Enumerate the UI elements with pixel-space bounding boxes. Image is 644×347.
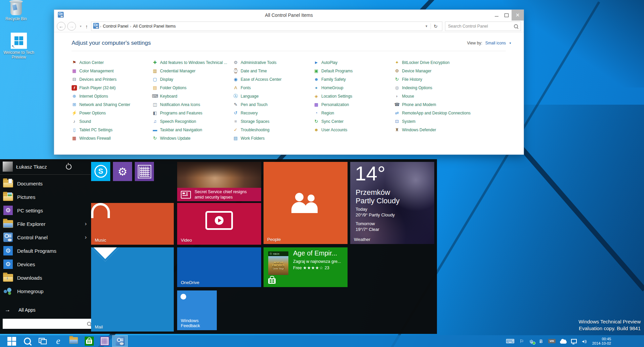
- internet-explorer-button[interactable]: e: [50, 335, 66, 347]
- start-item-documents[interactable]: Documents: [0, 177, 91, 190]
- cp-item-location-settings[interactable]: ◈Location Settings: [314, 94, 394, 99]
- touch-keyboard[interactable]: ⌨: [506, 338, 515, 345]
- cp-item-work-folders[interactable]: ▤Work Folders: [233, 136, 314, 141]
- cp-item-administrative-tools[interactable]: ⚙Administrative Tools: [233, 60, 314, 65]
- cp-item-ease-of-access-center[interactable]: ◉Ease of Access Center: [233, 77, 314, 82]
- bluetooth[interactable]: Ƀ: [538, 339, 544, 344]
- cp-item-programs-and-features[interactable]: ◧Programs and Features: [152, 110, 233, 116]
- window-titlebar[interactable]: All Control Panel Items ✕: [54, 10, 524, 21]
- cp-item-default-programs[interactable]: ▣Default Programs: [314, 68, 394, 74]
- start-search-input[interactable]: [3, 319, 94, 329]
- cp-item-mouse[interactable]: ◗Mouse: [394, 94, 475, 99]
- cp-item-fonts[interactable]: AFonts: [233, 85, 314, 91]
- start-item-devices[interactable]: ⚙Devices: [0, 257, 91, 271]
- onedrive-tray[interactable]: [560, 339, 567, 344]
- start-item-default-programs[interactable]: ⚙Default Programs: [0, 244, 91, 257]
- cp-item-keyboard[interactable]: ⌨Keyboard: [152, 94, 233, 99]
- refresh-icon[interactable]: ↻: [431, 24, 440, 29]
- up-button[interactable]: ↑: [85, 24, 88, 29]
- cp-item-recovery[interactable]: ↺Recovery: [233, 110, 314, 116]
- cp-item-homegroup[interactable]: ●HomeGroup: [314, 85, 394, 91]
- cp-item-notification-area-icons[interactable]: ◫Notification Area Icons: [152, 102, 233, 107]
- search-button[interactable]: [19, 335, 35, 347]
- desktop-icon-recycle-bin[interactable]: Recycle Bin: [1, 2, 32, 21]
- cp-item-personalization[interactable]: ▩Personalization: [314, 102, 394, 107]
- cp-item-taskbar-and-navigation[interactable]: ▬Taskbar and Navigation: [152, 127, 233, 133]
- cp-item-sync-center[interactable]: ↻Sync Center: [314, 119, 394, 124]
- tile-weather[interactable]: 14° Przemków Partly Cloudy Today 20°/9° …: [350, 162, 434, 244]
- cp-item-storage-spaces[interactable]: ≡Storage Spaces: [233, 119, 314, 124]
- tile-people[interactable]: People: [264, 162, 348, 244]
- virtual-machine[interactable]: vm: [548, 339, 556, 343]
- cp-item-credential-manager[interactable]: ▥Credential Manager: [152, 68, 233, 74]
- control-panel-button[interactable]: [112, 335, 128, 347]
- address-bar[interactable]: › Control Panel›All Control Panel Items …: [91, 22, 442, 31]
- action-center-flag[interactable]: ⚐: [519, 339, 524, 344]
- tile-apps[interactable]: [135, 162, 154, 181]
- cp-item-remoteapp-and-desktop-connections[interactable]: ⇄RemoteApp and Desktop Connections: [394, 110, 475, 116]
- network[interactable]: [571, 339, 577, 343]
- tile-skype[interactable]: S: [91, 162, 110, 181]
- breadcrumb-item-all-control-panel-items[interactable]: All Control Panel Items: [131, 24, 177, 29]
- cp-item-file-history[interactable]: ↻File History: [394, 77, 475, 82]
- cp-item-pen-and-touch[interactable]: ✎Pen and Touch: [233, 102, 314, 107]
- view-by-value[interactable]: Small icons: [485, 41, 506, 45]
- cp-item-action-center[interactable]: ⚑Action Center: [72, 60, 152, 65]
- cp-item-device-manager[interactable]: ⚙Device Manager: [394, 68, 475, 74]
- avatar[interactable]: [3, 162, 13, 172]
- recent-pages-dropdown-icon[interactable]: ▼: [79, 25, 82, 28]
- task-view-button[interactable]: [35, 335, 50, 347]
- start-item-pictures[interactable]: Pictures: [0, 190, 91, 204]
- cp-item-family-safety[interactable]: ☻Family Safety: [314, 77, 394, 82]
- cp-item-power-options[interactable]: ⚡Power Options: [72, 110, 152, 116]
- cp-item-troubleshooting[interactable]: ✓Troubleshooting: [233, 127, 314, 133]
- start-item-file-explorer[interactable]: File Explorer›: [0, 217, 91, 231]
- cp-item-indexing-options[interactable]: ◎Indexing Options: [394, 85, 475, 91]
- search-input[interactable]: Search Control Panel: [445, 22, 521, 31]
- cp-item-internet-options[interactable]: ⊕Internet Options: [72, 94, 152, 99]
- cp-item-region[interactable]: ◔Region: [314, 110, 394, 116]
- start-item-control-panel[interactable]: Control Panel›: [0, 231, 91, 244]
- breadcrumb-item-control-panel[interactable]: Control Panel: [101, 24, 130, 29]
- cp-item-add-features-to-windows-technical[interactable]: ✚Add features to Windows Technical ...: [152, 60, 233, 65]
- desktop-icon-welcome[interactable]: ↖ Welcome to Tech Preview: [3, 33, 34, 60]
- cp-item-sound[interactable]: ♪Sound: [72, 119, 152, 124]
- address-dropdown-icon[interactable]: ▼: [422, 25, 431, 28]
- cp-item-language[interactable]: ⒶLanguage: [233, 94, 314, 99]
- volume[interactable]: ◄)): [581, 339, 587, 343]
- close-button[interactable]: ✕: [512, 10, 524, 21]
- cp-item-windows-update[interactable]: ↻Windows Update: [152, 136, 233, 141]
- forward-button[interactable]: →: [67, 22, 76, 31]
- cp-item-bitlocker-drive-encryption[interactable]: ✦BitLocker Drive Encryption: [394, 60, 475, 65]
- tile-settings[interactable]: ⚙: [113, 162, 132, 181]
- cp-item-user-accounts[interactable]: ☻User Accounts: [314, 127, 394, 133]
- usb-device[interactable]: ψ: [529, 339, 534, 344]
- tile-store-game[interactable]: ⓧ XBOX AGE of EMPIRES Castle Siege Age o…: [264, 247, 348, 287]
- cp-item-date-and-time[interactable]: ⌚Date and Time: [233, 68, 314, 74]
- tile-news[interactable]: Secret Service chief resigns amid securi…: [177, 162, 261, 201]
- cp-item-color-management[interactable]: ▦Color Management: [72, 68, 152, 74]
- cp-item-flash-player-32-bit[interactable]: fFlash Player (32-bit): [72, 85, 152, 91]
- tile-music[interactable]: Music: [91, 203, 174, 245]
- cp-item-windows-defender[interactable]: ♜Windows Defender: [394, 127, 475, 133]
- cp-item-devices-and-printers[interactable]: ⊟Devices and Printers: [72, 77, 152, 82]
- taskbar-clock[interactable]: 00:45 2014-10-02: [592, 337, 611, 346]
- user-name[interactable]: Łukasz Tkacz: [16, 164, 47, 170]
- power-button[interactable]: [66, 164, 72, 170]
- cp-item-autoplay[interactable]: ►AutoPlay: [314, 60, 394, 65]
- cp-item-windows-firewall[interactable]: ▦Windows Firewall: [72, 136, 152, 141]
- store-button[interactable]: [81, 335, 97, 347]
- cp-item-system[interactable]: ⊡System: [394, 119, 475, 124]
- chevron-down-icon[interactable]: ▼: [509, 42, 512, 45]
- maximize-button[interactable]: [501, 10, 512, 21]
- start-item-homegroup[interactable]: Homegroup: [0, 284, 91, 298]
- start-item-downloads[interactable]: ↓Downloads: [0, 271, 91, 284]
- cp-item-tablet-pc-settings[interactable]: ▯Tablet PC Settings: [72, 127, 152, 133]
- minimize-button[interactable]: [491, 10, 501, 21]
- tile-mail[interactable]: Mail: [91, 247, 174, 332]
- tile-onedrive[interactable]: OneDrive: [177, 247, 261, 287]
- cp-item-display[interactable]: ▢Display: [152, 77, 233, 82]
- cp-item-phone-and-modem[interactable]: ☎Phone and Modem: [394, 102, 475, 107]
- start-button[interactable]: [4, 335, 19, 347]
- apps-button[interactable]: [97, 335, 112, 347]
